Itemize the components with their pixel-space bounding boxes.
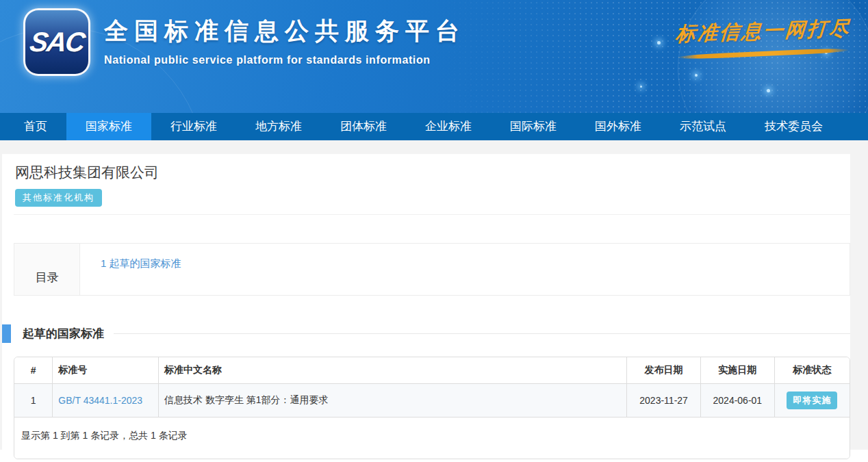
toc-label: 目录 — [36, 270, 59, 285]
slogan-text: 标准信息一网打尽 — [674, 14, 854, 48]
header-banner: SAC 全国标准信息公共服务平台 National public service… — [0, 0, 868, 113]
glow-dot — [695, 74, 698, 77]
nav-item-pilot-demo[interactable]: 示范试点 — [661, 113, 745, 140]
status-badge: 即将实施 — [787, 392, 837, 409]
section-marker — [2, 324, 11, 343]
header-standard-no: 标准号 — [53, 357, 159, 384]
page-background: 网思科技集团有限公司 其他标准化机构 目录 1 起草的国家标准 起草的国家标准 … — [0, 140, 868, 450]
divider — [14, 214, 850, 215]
organization-name: 网思科技集团有限公司 — [2, 163, 850, 182]
header-publish-date: 发布日期 — [627, 357, 701, 384]
cell-publish-date: 2023-11-27 — [627, 384, 701, 418]
header-index: # — [14, 357, 53, 384]
main-nav: 首页 国家标准 行业标准 地方标准 团体标准 企业标准 国际标准 国外标准 示范… — [0, 113, 868, 140]
glow-dot — [640, 86, 642, 88]
table-header-row: # 标准号 标准中文名称 发布日期 实施日期 标准状态 — [14, 357, 850, 384]
header-implement-date: 实施日期 — [700, 357, 774, 384]
nav-item-national-standards[interactable]: 国家标准 — [66, 113, 151, 140]
glow-dot — [767, 89, 770, 92]
cell-standard-no: GB/T 43441.1-2023 — [53, 384, 159, 418]
nav-item-industry-standards[interactable]: 行业标准 — [151, 113, 236, 140]
cell-name-cn: 信息技术 数字孪生 第1部分：通用要求 — [159, 384, 627, 418]
nav-item-home[interactable]: 首页 — [5, 113, 66, 140]
site-title-block: 全国标准信息公共服务平台 National public service pla… — [104, 15, 465, 66]
standards-table-container: # 标准号 标准中文名称 发布日期 实施日期 标准状态 1 GB/T 43441… — [14, 357, 850, 459]
record-count-summary: 显示第 1 到第 1 条记录，总共 1 条记录 — [14, 418, 850, 459]
content-card: 网思科技集团有限公司 其他标准化机构 目录 1 起草的国家标准 起草的国家标准 … — [2, 154, 850, 450]
section-header: 起草的国家标准 — [2, 324, 850, 343]
site-subtitle: National public service platform for sta… — [104, 54, 465, 66]
cell-index: 1 — [14, 384, 53, 418]
header-name-cn: 标准中文名称 — [159, 357, 627, 384]
toc-box: 目录 1 起草的国家标准 — [14, 243, 850, 296]
header-status: 标准状态 — [774, 357, 850, 384]
nav-item-technical-committee[interactable]: 技术委员会 — [745, 113, 842, 140]
toc-body: 1 起草的国家标准 — [80, 244, 850, 295]
toc-link-drafted-standards[interactable]: 1 起草的国家标准 — [101, 257, 181, 269]
section-rule — [114, 333, 850, 334]
slogan-block: 标准信息一网打尽 — [674, 18, 852, 56]
sac-logo-text: SAC — [28, 27, 86, 57]
standards-table: # 标准号 标准中文名称 发布日期 实施日期 标准状态 1 GB/T 43441… — [14, 357, 850, 418]
glow-dot — [657, 41, 661, 44]
nav-item-enterprise-standards[interactable]: 企业标准 — [406, 113, 491, 140]
table-row: 1 GB/T 43441.1-2023 信息技术 数字孪生 第1部分：通用要求 … — [14, 384, 850, 418]
nav-item-foreign-standards[interactable]: 国外标准 — [576, 113, 661, 140]
nav-item-international-standards[interactable]: 国际标准 — [491, 113, 576, 140]
standard-number-link[interactable]: GB/T 43441.1-2023 — [58, 395, 142, 406]
cell-implement-date: 2024-06-01 — [700, 384, 774, 418]
organization-type-badge: 其他标准化机构 — [15, 189, 102, 207]
section-title: 起草的国家标准 — [23, 326, 104, 342]
nav-item-group-standards[interactable]: 团体标准 — [321, 113, 406, 140]
toc-label-cell: 目录 — [14, 244, 80, 295]
nav-item-local-standards[interactable]: 地方标准 — [236, 113, 321, 140]
site-title: 全国标准信息公共服务平台 — [104, 15, 465, 47]
sac-logo[interactable]: SAC — [23, 8, 90, 76]
cell-status: 即将实施 — [774, 384, 850, 418]
